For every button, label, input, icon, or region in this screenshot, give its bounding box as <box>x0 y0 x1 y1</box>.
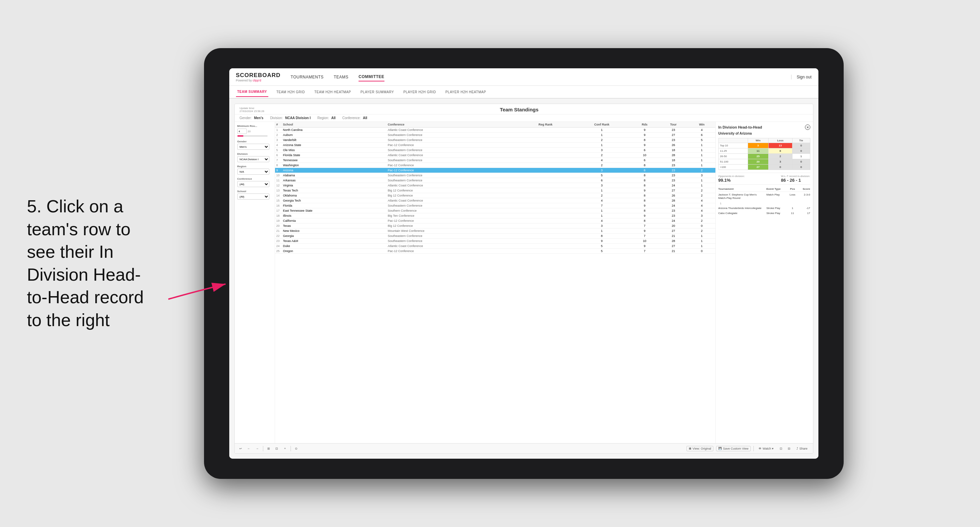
grid-btn[interactable]: ⊡ <box>274 446 279 451</box>
watch-btn[interactable]: 👁 Watch ▾ <box>756 446 776 451</box>
table-row[interactable]: 18IllinoisBig Ten Conference19233 <box>275 213 715 218</box>
opponents-value: 99.1% <box>718 178 745 183</box>
table-row[interactable]: 21New MexicoMountain West Conference1927… <box>275 229 715 233</box>
conference-label: Conference <box>237 177 272 180</box>
sub-nav-player-summary[interactable]: PLAYER SUMMARY <box>359 87 395 97</box>
th-rds: Rds <box>631 122 659 127</box>
control-gender: Gender Men's <box>237 140 272 150</box>
redo-btn-right[interactable]: → <box>255 446 260 451</box>
table-row[interactable]: 20TexasBig 12 Conference37200 <box>275 224 715 229</box>
main-content: Update time: 27/03/2024 15:56:26 Team St… <box>229 98 818 459</box>
left-controls: Minimum Rou... 20 Gender <box>235 122 275 443</box>
table-row[interactable]: 5Ole MissSoutheastern Conference36181 <box>275 148 715 153</box>
top-nav: SCOREBOARD Powered by clipp'd TOURNAMENT… <box>229 68 818 86</box>
th-tour: Tour <box>659 122 689 127</box>
conference-select[interactable]: (All) <box>237 181 269 187</box>
tournament-row-1: Jackson T. Stephens Cup Men's Match-Play… <box>718 193 810 200</box>
h2h-header: In Division Head-to-Head ✕ <box>718 124 810 130</box>
h2h-panel: In Division Head-to-Head ✕ University of… <box>715 122 813 443</box>
th-school: School <box>282 122 387 127</box>
nav-item-teams[interactable]: TEAMS <box>334 73 348 81</box>
sub-nav-team-summary[interactable]: TEAM SUMMARY <box>236 87 268 97</box>
table-row[interactable]: 3VanderbiltSoutheastern Conference28235 <box>275 138 715 143</box>
filter-gender: Gender: Men's <box>240 116 264 120</box>
h2h-row-top10: Top 10 3 13 0 <box>718 143 810 148</box>
copy-btn[interactable]: ⊞ <box>266 446 271 451</box>
h2h-th-tie: Tie <box>792 138 810 143</box>
h2h-close-btn[interactable]: ✕ <box>805 124 810 130</box>
table-row[interactable]: 22GeorgiaSoutheastern Conference87211 <box>275 233 715 239</box>
view-original-btn[interactable]: ▦ View: Original <box>686 446 713 451</box>
h2h-stats: Opponents in division: 99.1% W-L-T recor… <box>718 173 810 185</box>
icon1-btn[interactable]: ⊡ <box>778 446 784 451</box>
redo-btn-left[interactable]: ← <box>246 446 252 451</box>
sub-nav-team-h2h-grid[interactable]: TEAM H2H GRID <box>275 87 306 97</box>
nav-item-tournaments[interactable]: TOURNAMENTS <box>291 73 323 81</box>
table-row[interactable]: 17East Tennessee StateSouthern Conferenc… <box>275 208 715 213</box>
table-row[interactable]: 24DukeAtlantic Coast Conference59271 <box>275 244 715 249</box>
share-btn[interactable]: ⤴ Share <box>794 446 809 451</box>
division-select[interactable]: NCAA Division I <box>237 156 269 162</box>
school-select[interactable]: (All) <box>237 194 269 200</box>
panel-title: Team Standings <box>500 107 539 113</box>
event-type-col-header: Event Type <box>767 187 787 190</box>
tablet-screen: SCOREBOARD Powered by clipp'd TOURNAMENT… <box>229 68 818 459</box>
save-custom-btn[interactable]: 💾 Save Custom View <box>716 446 751 451</box>
table-row[interactable]: 23Texas A&MSoutheastern Conference910281 <box>275 239 715 244</box>
gender-select[interactable]: Men's <box>237 144 269 150</box>
table-row[interactable]: 13Texas TechBig 12 Conference19272 <box>275 188 715 193</box>
table-row[interactable]: 16FloridaSoutheastern Conference79244 <box>275 203 715 208</box>
table-row[interactable]: 4Arizona StatePac-12 Conference19261 <box>275 143 715 148</box>
sub-nav-player-h2h-heatmap[interactable]: PLAYER H2H HEATMAP <box>444 87 487 97</box>
wlt-label: W-L-T record in-division: <box>781 175 810 178</box>
h2h-row-100plus: >100 27 0 0 <box>718 165 810 170</box>
table-row[interactable]: 14OklahomaBig 12 Conference28262 <box>275 193 715 198</box>
min-rounds-label: Minimum Rou... <box>237 124 272 127</box>
table-row[interactable]: 8WashingtonPac-12 Conference28231 <box>275 163 715 168</box>
pos-col-header: Pos <box>788 187 797 190</box>
h2h-school-name: University of Arizona <box>718 132 810 135</box>
table-row[interactable]: 25OregonPac-12 Conference57210 <box>275 249 715 254</box>
table-row[interactable]: 6Florida StateAtlantic Coast Conference2… <box>275 153 715 158</box>
panel-header: Update time: 27/03/2024 15:56:26 Team St… <box>235 104 813 114</box>
table-row[interactable]: 19CaliforniaPac-12 Conference48242 <box>275 218 715 224</box>
icon2-btn[interactable]: ⊟ <box>786 446 792 451</box>
tablet-shell: SCOREBOARD Powered by clipp'd TOURNAMENT… <box>204 48 844 479</box>
table-row[interactable]: 10AlabamaSoutheastern Conference58233 <box>275 173 715 178</box>
table-row[interactable]: 11ArkansasSoutheastern Conference68231 <box>275 178 715 183</box>
update-time-area: Update time: 27/03/2024 15:56:26 <box>240 107 264 113</box>
sign-out[interactable]: Sign out <box>791 75 811 79</box>
region-select[interactable]: N/A <box>237 168 269 175</box>
filter-division: Division: NCAA Division I <box>270 116 310 120</box>
arrow-area <box>165 272 232 307</box>
clock-btn[interactable]: ⊙ <box>294 446 299 451</box>
tournaments-section: Tournament Event Type Pos Score Jackson … <box>718 187 810 215</box>
table-row[interactable]: 9ArizonaPac-12 Conference36232 <box>275 168 715 173</box>
annotation-text: 5. Click on a team's row to see their In… <box>27 195 155 332</box>
h2h-th-win: Win <box>748 138 768 143</box>
tournament-row-3: Cabo Collegiate Stroke Play 11 17 <box>718 212 810 215</box>
th-reg-rank: Reg Rank <box>518 122 573 127</box>
filter-region: Region: All <box>317 116 336 120</box>
sub-nav-team-h2h-heatmap[interactable]: TEAM H2H HEATMAP <box>313 87 353 97</box>
annotation-area: 5. Click on a team's row to see their In… <box>27 195 155 332</box>
logo-sub: Powered by clipp'd <box>236 79 281 82</box>
school-label: School <box>237 190 272 193</box>
table-row[interactable]: 15Georgia TechAtlantic Coast Conference4… <box>275 198 715 203</box>
plus-btn[interactable]: ＋ <box>282 446 288 451</box>
table-row[interactable]: 12VirginiaAtlantic Coast Conference38241 <box>275 183 715 188</box>
score-col-header: Score <box>799 187 810 190</box>
sub-nav: TEAM SUMMARY TEAM H2H GRID TEAM H2H HEAT… <box>229 86 818 98</box>
min-rounds-input[interactable] <box>237 129 247 134</box>
th-win: Win <box>689 122 715 127</box>
h2h-th-loss: Loss <box>768 138 792 143</box>
nav-item-committee[interactable]: COMMITTEE <box>358 73 385 81</box>
tournament-col-header: Tournament <box>718 187 765 190</box>
division-label: Division <box>237 152 272 156</box>
table-row[interactable]: 2AuburnSoutheastern Conference19276 <box>275 133 715 138</box>
undo-btn[interactable]: ↩ <box>238 446 243 451</box>
table-row[interactable]: 7TennesseeSoutheastern Conference46181 <box>275 158 715 163</box>
table-row[interactable]: 1North CarolinaAtlantic Coast Conference… <box>275 127 715 133</box>
standings-table: # School Conference Reg Rank Conf Rank R… <box>275 122 715 254</box>
sub-nav-player-h2h-grid[interactable]: PLAYER H2H GRID <box>402 87 438 97</box>
